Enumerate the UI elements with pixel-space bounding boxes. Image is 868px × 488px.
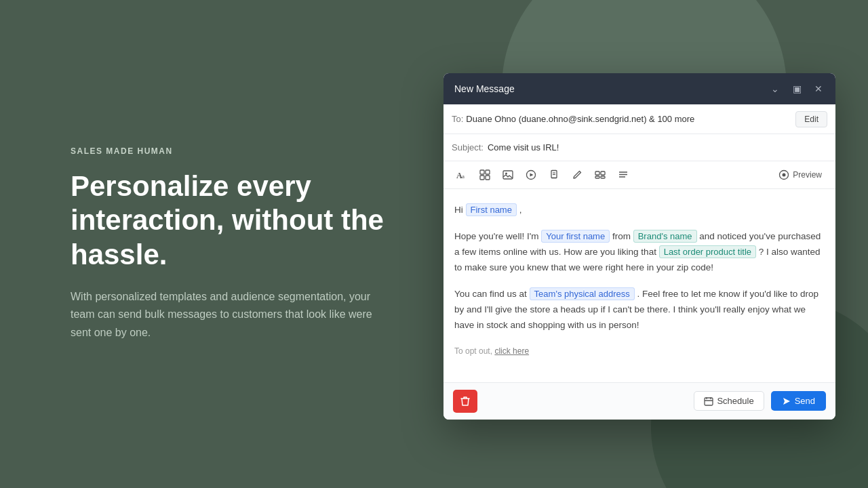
line2-pre: You can find us at — [454, 289, 527, 299]
left-panel: SALES MADE HUMAN Personalize every inter… — [71, 0, 423, 488]
line1-pre: Hope you're well! I'm — [454, 231, 538, 241]
toolbar-text-btn[interactable]: Aa — [452, 165, 472, 184]
subtext: With personalized templates and audience… — [71, 288, 382, 342]
body-line2: You can find us at Team's physical addre… — [454, 287, 825, 333]
minimize-icon[interactable]: ⌄ — [769, 83, 781, 95]
email-titlebar: New Message ⌄ ▣ ✕ — [443, 73, 835, 104]
email-footer: Schedule Send — [443, 382, 835, 420]
to-input[interactable] — [466, 114, 795, 124]
toolbar-video-btn[interactable] — [521, 165, 541, 184]
email-to-row: To: Edit — [443, 104, 835, 134]
preview-label: Preview — [793, 170, 822, 180]
tagline: SALES MADE HUMAN — [71, 146, 423, 156]
svg-marker-9 — [530, 174, 534, 177]
email-compose-window: New Message ⌄ ▣ ✕ To: Edit Subject: Aa — [443, 73, 835, 420]
titlebar-actions: ⌄ ▣ ✕ — [769, 83, 825, 95]
tag-your-first-name: Your first name — [541, 230, 610, 243]
edit-button[interactable]: Edit — [795, 111, 827, 127]
svg-text:a: a — [462, 173, 465, 180]
preview-button[interactable]: Preview — [773, 167, 827, 183]
opt-out-text: To opt out, — [454, 346, 492, 356]
tag-brand-name: Brand's name — [633, 230, 697, 243]
email-body: Hi First name , Hope you're well! I'm Yo… — [443, 189, 835, 382]
opt-out-line: To opt out, click here — [454, 344, 825, 358]
toolbar-attachment-btn[interactable] — [544, 165, 564, 184]
svg-point-22 — [783, 174, 786, 177]
tag-address: Team's physical address — [530, 287, 635, 300]
headline: Personalize every interaction, without t… — [71, 169, 423, 272]
svg-rect-3 — [486, 170, 490, 174]
email-title: New Message — [454, 83, 515, 94]
svg-rect-23 — [705, 398, 713, 405]
send-label: Send — [795, 396, 815, 406]
subject-label: Subject: — [452, 142, 484, 152]
svg-rect-6 — [503, 171, 513, 179]
svg-rect-14 — [595, 171, 599, 175]
svg-rect-17 — [601, 176, 605, 178]
email-toolbar: Aa Preview — [443, 161, 835, 189]
expand-icon[interactable]: ▣ — [791, 83, 803, 95]
svg-rect-2 — [480, 170, 484, 174]
greeting-line: Hi First name , — [454, 203, 825, 218]
tag-first-name: First name — [466, 203, 517, 216]
svg-rect-15 — [601, 171, 605, 175]
click-here-link[interactable]: click here — [494, 346, 529, 356]
subject-input[interactable] — [488, 142, 827, 152]
footer-right-actions: Schedule Send — [694, 391, 826, 411]
delete-button[interactable] — [453, 390, 477, 413]
svg-point-7 — [505, 173, 507, 175]
greeting-hi: Hi — [454, 205, 463, 215]
toolbar-merge-btn[interactable] — [590, 165, 610, 184]
to-label: To: — [452, 114, 463, 124]
svg-marker-27 — [783, 398, 790, 405]
send-button[interactable]: Send — [771, 391, 826, 411]
schedule-button[interactable]: Schedule — [694, 391, 764, 411]
schedule-label: Schedule — [717, 396, 753, 406]
svg-rect-5 — [486, 176, 490, 180]
greeting-comma: , — [519, 205, 522, 215]
svg-rect-4 — [480, 176, 484, 180]
toolbar-align-btn[interactable] — [613, 165, 633, 184]
toolbar-pen-btn[interactable] — [567, 165, 587, 184]
body-line1: Hope you're well! I'm Your first name fr… — [454, 229, 825, 276]
close-icon[interactable]: ✕ — [812, 83, 825, 95]
toolbar-table-btn[interactable] — [475, 165, 495, 184]
svg-rect-16 — [595, 176, 599, 178]
toolbar-image-btn[interactable] — [498, 165, 518, 184]
email-subject-row: Subject: — [443, 134, 835, 161]
line1-mid: from — [612, 231, 631, 241]
tag-last-order: Last order product title — [659, 245, 756, 258]
